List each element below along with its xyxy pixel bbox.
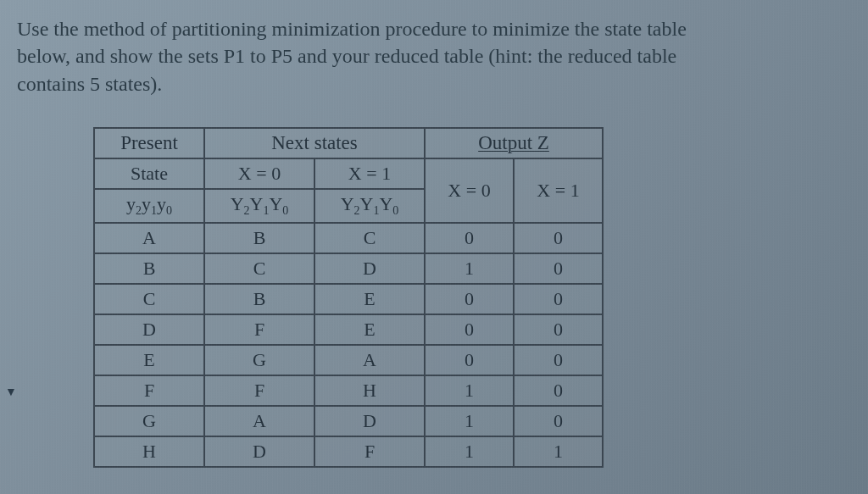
cell-nx1: C: [314, 223, 425, 253]
question-text: Use the method of partitioning minimizat…: [17, 15, 851, 97]
cell-state: H: [94, 436, 204, 467]
header-next-top: Next states: [204, 128, 425, 158]
nav-arrow-icon[interactable]: ▼: [5, 386, 17, 399]
header-next-x0: X = 0: [204, 158, 314, 189]
question-line3: contains 5 states).: [17, 73, 162, 95]
cell-nx0: D: [204, 436, 314, 467]
cell-nx0: A: [204, 406, 314, 436]
cell-nx0: B: [204, 284, 314, 314]
cell-state: D: [94, 314, 204, 345]
header-next-sub0: Y2Y1Y0: [204, 189, 314, 222]
state-table-container: Present Next states Output Z State X = 0…: [93, 127, 851, 467]
cell-nx1: D: [314, 253, 425, 284]
table-row: B C D 1 0: [94, 253, 603, 284]
cell-nx1: F: [314, 436, 425, 467]
table-row: H D F 1 1: [94, 436, 603, 467]
cell-z0: 1: [425, 436, 514, 467]
header-present-sub: y2y1y0: [94, 189, 204, 222]
cell-z1: 0: [514, 223, 603, 253]
header-out-x1: X = 1: [514, 158, 603, 222]
header-present-mid: State: [94, 158, 204, 189]
cell-z0: 0: [425, 284, 514, 314]
header-next-x1: X = 1: [314, 158, 425, 189]
cell-z0: 0: [425, 345, 514, 375]
table-row: D F E 0 0: [94, 314, 603, 345]
cell-z1: 1: [514, 436, 603, 467]
cell-z0: 1: [425, 375, 514, 406]
header-present-top: Present: [94, 128, 204, 158]
cell-nx1: A: [314, 345, 425, 375]
question-line1: Use the method of partitioning minimizat…: [17, 18, 687, 40]
cell-nx1: D: [314, 406, 425, 436]
cell-nx0: B: [204, 223, 314, 253]
header-next-sub1: Y2Y1Y0: [314, 189, 425, 222]
cell-nx1: E: [314, 284, 425, 314]
table-row: E G A 0 0: [94, 345, 603, 375]
cell-state: A: [94, 223, 204, 253]
question-line2: below, and show the sets P1 to P5 and yo…: [17, 45, 676, 67]
table-row: C B E 0 0: [94, 284, 603, 314]
cell-state: E: [94, 345, 204, 375]
cell-z1: 0: [514, 253, 603, 284]
cell-z1: 0: [514, 284, 603, 314]
cell-nx1: H: [314, 375, 425, 406]
cell-nx0: F: [204, 314, 314, 345]
state-table: Present Next states Output Z State X = 0…: [93, 127, 604, 467]
cell-nx0: C: [204, 253, 314, 284]
cell-nx0: F: [204, 375, 314, 406]
cell-z0: 1: [425, 406, 514, 436]
header-output-top: Output Z: [425, 128, 603, 158]
cell-state: F: [94, 375, 204, 406]
cell-z1: 0: [514, 314, 603, 345]
cell-state: G: [94, 406, 204, 436]
cell-state: C: [94, 284, 204, 314]
cell-nx1: E: [314, 314, 425, 345]
table-row: G A D 1 0: [94, 406, 603, 436]
cell-z1: 0: [514, 406, 603, 436]
cell-z1: 0: [514, 345, 603, 375]
header-out-x0: X = 0: [425, 158, 514, 222]
table-row: A B C 0 0: [94, 223, 603, 253]
table-row: F F H 1 0: [94, 375, 603, 406]
cell-z0: 1: [425, 253, 514, 284]
cell-state: B: [94, 253, 204, 284]
cell-nx0: G: [204, 345, 314, 375]
cell-z0: 0: [425, 223, 514, 253]
cell-z0: 0: [425, 314, 514, 345]
cell-z1: 0: [514, 375, 603, 406]
